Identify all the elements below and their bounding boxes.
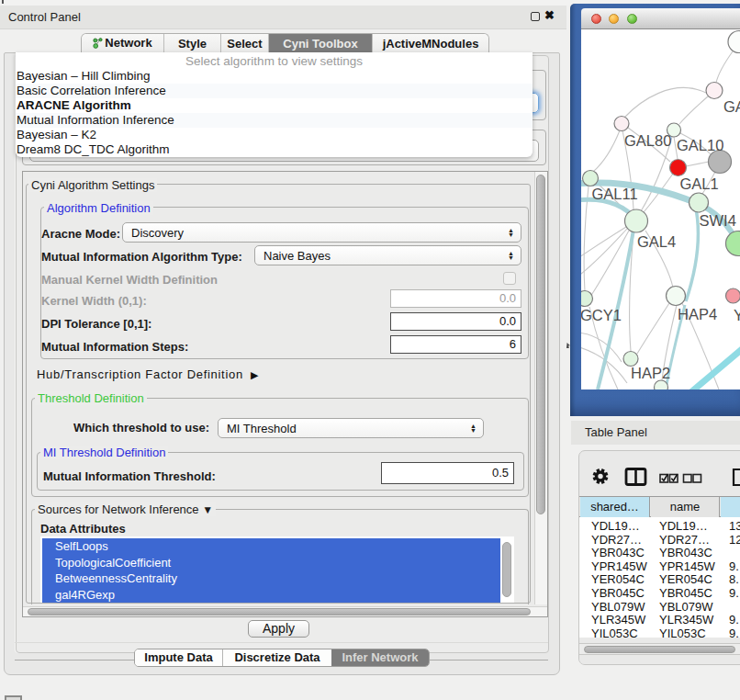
svg-text:GAL: GAL	[723, 98, 740, 115]
svg-text:HAP2: HAP2	[631, 365, 670, 381]
svg-text:HAP4: HAP4	[678, 306, 717, 322]
svg-text:GAL80: GAL80	[624, 132, 671, 149]
svg-text:Y: Y	[734, 307, 740, 323]
svg-text:GAL10: GAL10	[677, 137, 723, 153]
svg-text:GCY1: GCY1	[581, 307, 622, 323]
svg-text:SWI4: SWI4	[700, 212, 736, 229]
svg-text:GAL1: GAL1	[680, 175, 719, 192]
svg-text:GAL11: GAL11	[592, 186, 638, 202]
svg-text:GAL4: GAL4	[637, 233, 676, 250]
